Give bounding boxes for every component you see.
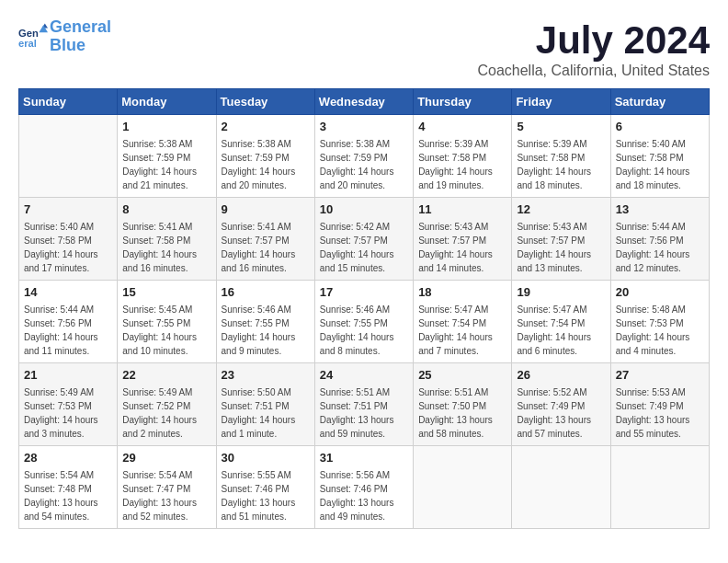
day-info: Sunrise: 5:38 AM Sunset: 7:59 PM Dayligh… [222,137,310,192]
calendar-cell: 23Sunrise: 5:50 AM Sunset: 7:51 PM Dayli… [216,363,314,446]
day-info: Sunrise: 5:47 AM Sunset: 7:54 PM Dayligh… [517,303,605,358]
day-info: Sunrise: 5:53 AM Sunset: 7:49 PM Dayligh… [616,385,704,441]
day-number: 24 [320,367,408,384]
calendar-cell: 1Sunrise: 5:38 AM Sunset: 7:59 PM Daylig… [118,115,216,198]
day-number: 16 [222,284,310,301]
day-info: Sunrise: 5:50 AM Sunset: 7:51 PM Dayligh… [222,385,310,441]
day-info: Sunrise: 5:45 AM Sunset: 7:55 PM Dayligh… [122,303,210,358]
day-info: Sunrise: 5:51 AM Sunset: 7:50 PM Dayligh… [418,385,506,441]
day-info: Sunrise: 5:43 AM Sunset: 7:57 PM Dayligh… [517,220,605,275]
calendar-cell: 8Sunrise: 5:41 AM Sunset: 7:58 PM Daylig… [118,198,216,281]
day-number: 20 [616,284,704,301]
header-sunday: Sunday [19,89,118,115]
header-monday: Monday [118,89,216,115]
day-number: 8 [122,201,210,218]
day-info: Sunrise: 5:40 AM Sunset: 7:58 PM Dayligh… [24,220,112,275]
day-number: 11 [418,201,506,218]
day-number: 21 [24,367,112,384]
day-number: 2 [222,119,310,135]
calendar-cell [414,446,512,529]
day-number: 15 [122,284,210,301]
day-info: Sunrise: 5:49 AM Sunset: 7:53 PM Dayligh… [24,385,112,441]
calendar-cell: 19Sunrise: 5:47 AM Sunset: 7:54 PM Dayli… [512,281,610,363]
calendar-cell [610,446,709,529]
header-thursday: Thursday [414,89,512,115]
calendar-cell: 24Sunrise: 5:51 AM Sunset: 7:51 PM Dayli… [314,363,413,446]
logo-text: GeneralBlue [50,18,111,55]
calendar-cell: 3Sunrise: 5:38 AM Sunset: 7:59 PM Daylig… [314,115,413,198]
day-number: 4 [418,119,506,135]
day-info: Sunrise: 5:39 AM Sunset: 7:58 PM Dayligh… [517,137,605,192]
day-info: Sunrise: 5:51 AM Sunset: 7:51 PM Dayligh… [320,385,408,441]
day-number: 3 [320,119,408,135]
calendar-subtitle: Coachella, California, United States [477,63,710,79]
calendar-title: July 2024 [477,18,710,63]
day-number: 10 [320,201,408,218]
day-info: Sunrise: 5:46 AM Sunset: 7:55 PM Dayligh… [222,303,310,358]
day-info: Sunrise: 5:55 AM Sunset: 7:46 PM Dayligh… [222,468,310,523]
header-wednesday: Wednesday [314,89,413,115]
calendar-cell: 15Sunrise: 5:45 AM Sunset: 7:55 PM Dayli… [118,281,216,363]
calendar-cell: 25Sunrise: 5:51 AM Sunset: 7:50 PM Dayli… [414,363,512,446]
day-number: 13 [616,201,704,218]
calendar-cell: 11Sunrise: 5:43 AM Sunset: 7:57 PM Dayli… [414,198,512,281]
calendar-cell: 13Sunrise: 5:44 AM Sunset: 7:56 PM Dayli… [610,198,709,281]
calendar-week-row: 7Sunrise: 5:40 AM Sunset: 7:58 PM Daylig… [19,198,710,281]
header-saturday: Saturday [610,89,709,115]
calendar-cell: 7Sunrise: 5:40 AM Sunset: 7:58 PM Daylig… [19,198,118,281]
day-info: Sunrise: 5:46 AM Sunset: 7:55 PM Dayligh… [320,303,408,358]
day-number: 28 [24,450,112,466]
day-number: 25 [418,367,506,384]
calendar-cell: 5Sunrise: 5:39 AM Sunset: 7:58 PM Daylig… [512,115,610,198]
day-number: 17 [320,284,408,301]
calendar-cell: 9Sunrise: 5:41 AM Sunset: 7:57 PM Daylig… [216,198,314,281]
calendar-cell: 30Sunrise: 5:55 AM Sunset: 7:46 PM Dayli… [216,446,314,529]
calendar-cell: 6Sunrise: 5:40 AM Sunset: 7:58 PM Daylig… [610,115,709,198]
day-number: 5 [517,119,605,135]
calendar-cell: 26Sunrise: 5:52 AM Sunset: 7:49 PM Dayli… [512,363,610,446]
day-number: 18 [418,284,506,301]
logo-icon: Gen eral [18,22,48,52]
day-number: 12 [517,201,605,218]
calendar-cell: 10Sunrise: 5:42 AM Sunset: 7:57 PM Dayli… [314,198,413,281]
day-number: 27 [616,367,704,384]
calendar-cell: 17Sunrise: 5:46 AM Sunset: 7:55 PM Dayli… [314,281,413,363]
svg-text:Gen: Gen [18,28,39,39]
calendar-header-row: SundayMondayTuesdayWednesdayThursdayFrid… [19,89,710,115]
day-number: 14 [24,284,112,301]
day-info: Sunrise: 5:38 AM Sunset: 7:59 PM Dayligh… [320,137,408,192]
calendar-cell: 16Sunrise: 5:46 AM Sunset: 7:55 PM Dayli… [216,281,314,363]
calendar-cell [512,446,610,529]
calendar-week-row: 21Sunrise: 5:49 AM Sunset: 7:53 PM Dayli… [19,363,710,446]
day-number: 19 [517,284,605,301]
day-info: Sunrise: 5:56 AM Sunset: 7:46 PM Dayligh… [320,468,408,523]
day-info: Sunrise: 5:38 AM Sunset: 7:59 PM Dayligh… [122,137,210,192]
calendar-cell: 29Sunrise: 5:54 AM Sunset: 7:47 PM Dayli… [118,446,216,529]
day-info: Sunrise: 5:42 AM Sunset: 7:57 PM Dayligh… [320,220,408,275]
calendar-week-row: 1Sunrise: 5:38 AM Sunset: 7:59 PM Daylig… [19,115,710,198]
day-info: Sunrise: 5:41 AM Sunset: 7:57 PM Dayligh… [222,220,310,275]
day-number: 31 [320,450,408,466]
day-info: Sunrise: 5:54 AM Sunset: 7:47 PM Dayligh… [122,468,210,523]
header-friday: Friday [512,89,610,115]
day-number: 9 [222,201,310,218]
calendar-table: SundayMondayTuesdayWednesdayThursdayFrid… [18,88,710,529]
calendar-cell [19,115,118,198]
page-header: Gen eral GeneralBlue July 2024 Coachella… [18,18,710,79]
day-number: 1 [122,119,210,135]
calendar-cell: 18Sunrise: 5:47 AM Sunset: 7:54 PM Dayli… [414,281,512,363]
title-area: July 2024 Coachella, California, United … [477,18,710,79]
header-tuesday: Tuesday [216,89,314,115]
logo: Gen eral GeneralBlue [18,18,111,55]
day-number: 22 [122,367,210,384]
day-number: 26 [517,367,605,384]
calendar-cell: 14Sunrise: 5:44 AM Sunset: 7:56 PM Dayli… [19,281,118,363]
day-info: Sunrise: 5:47 AM Sunset: 7:54 PM Dayligh… [418,303,506,358]
day-number: 29 [122,450,210,466]
calendar-cell: 2Sunrise: 5:38 AM Sunset: 7:59 PM Daylig… [216,115,314,198]
day-info: Sunrise: 5:49 AM Sunset: 7:52 PM Dayligh… [122,385,210,441]
day-number: 30 [222,450,310,466]
day-info: Sunrise: 5:40 AM Sunset: 7:58 PM Dayligh… [616,137,704,192]
day-info: Sunrise: 5:44 AM Sunset: 7:56 PM Dayligh… [24,303,112,358]
day-info: Sunrise: 5:54 AM Sunset: 7:48 PM Dayligh… [24,468,112,523]
